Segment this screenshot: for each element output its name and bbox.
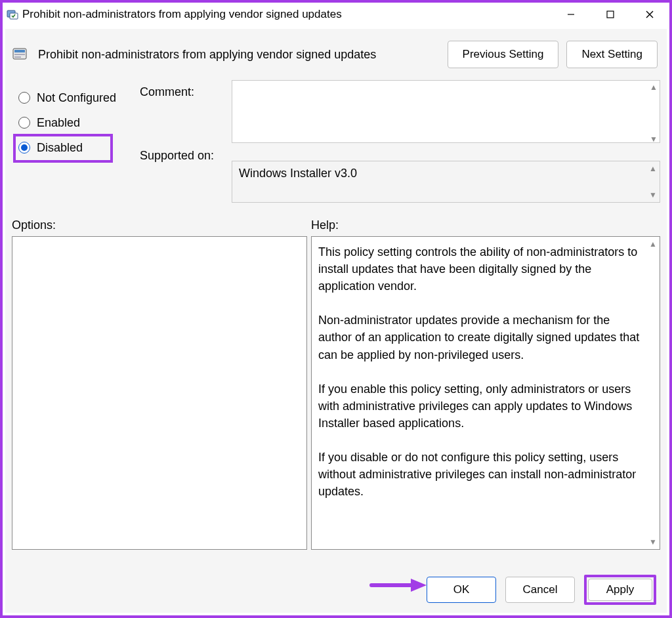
dialog-footer: OK Cancel Apply bbox=[5, 567, 667, 613]
supported-on-label: Supported on: bbox=[140, 149, 225, 163]
options-label: Options: bbox=[12, 218, 311, 232]
radio-icon bbox=[18, 142, 30, 154]
policy-icon bbox=[12, 45, 30, 64]
window-title: Prohibit non-administrators from applyin… bbox=[22, 8, 342, 21]
client-area: Prohibit non-administrators from applyin… bbox=[5, 29, 667, 613]
form-area: Not Configured Enabled Disabled Comment: bbox=[5, 80, 667, 203]
help-label: Help: bbox=[311, 218, 660, 232]
radio-not-configured[interactable]: Not Configured bbox=[12, 85, 133, 110]
annotation-highlight-apply: Apply bbox=[584, 575, 656, 605]
help-pane: This policy setting controls the ability… bbox=[311, 236, 660, 550]
svg-marker-11 bbox=[411, 579, 427, 592]
form-labels: Comment: Supported on: bbox=[140, 80, 225, 163]
cancel-button[interactable]: Cancel bbox=[505, 577, 575, 603]
radio-icon bbox=[18, 117, 30, 129]
close-button[interactable] bbox=[630, 3, 669, 26]
radio-enabled[interactable]: Enabled bbox=[12, 110, 133, 135]
supported-on-field: Windows Installer v3.0 ▲▼ bbox=[232, 161, 660, 203]
app-icon bbox=[7, 9, 18, 20]
pane-headers: Options: Help: bbox=[5, 203, 667, 236]
title-bar: Prohibit non-administrators from applyin… bbox=[3, 3, 669, 26]
svg-rect-9 bbox=[14, 56, 21, 58]
ok-button[interactable]: OK bbox=[427, 577, 496, 603]
header-row: Prohibit non-administrators from applyin… bbox=[5, 29, 667, 72]
form-fields: ▲▼ Windows Installer v3.0 ▲▼ bbox=[232, 80, 660, 203]
policy-editor-window: Prohibit non-administrators from applyin… bbox=[0, 0, 672, 618]
scrollbar[interactable]: ▲▼ bbox=[646, 161, 660, 202]
comment-textarea[interactable] bbox=[232, 80, 660, 143]
options-pane bbox=[12, 236, 307, 550]
radio-disabled[interactable]: Disabled bbox=[12, 135, 133, 160]
maximize-button[interactable] bbox=[591, 3, 630, 26]
svg-rect-7 bbox=[14, 50, 25, 52]
scrollbar[interactable]: ▲▼ bbox=[646, 237, 660, 549]
annotation-arrow-icon bbox=[369, 577, 428, 597]
radio-icon bbox=[18, 92, 30, 104]
state-radio-group: Not Configured Enabled Disabled bbox=[12, 80, 133, 160]
minimize-button[interactable] bbox=[551, 3, 591, 26]
supported-on-value: Windows Installer v3.0 bbox=[239, 167, 357, 180]
radio-label: Not Configured bbox=[37, 91, 116, 105]
next-setting-button[interactable]: Next Setting bbox=[566, 41, 658, 68]
radio-label: Disabled bbox=[37, 141, 83, 155]
apply-button[interactable]: Apply bbox=[588, 579, 652, 601]
panes: This policy setting controls the ability… bbox=[5, 236, 667, 550]
policy-title: Prohibit non-administrators from applyin… bbox=[38, 48, 440, 62]
previous-setting-button[interactable]: Previous Setting bbox=[448, 41, 559, 68]
svg-rect-3 bbox=[607, 11, 614, 18]
help-text: This policy setting controls the ability… bbox=[312, 237, 646, 549]
svg-rect-8 bbox=[14, 54, 25, 55]
scrollbar[interactable]: ▲▼ bbox=[647, 80, 660, 146]
comment-label: Comment: bbox=[140, 85, 225, 99]
radio-label: Enabled bbox=[37, 116, 80, 130]
